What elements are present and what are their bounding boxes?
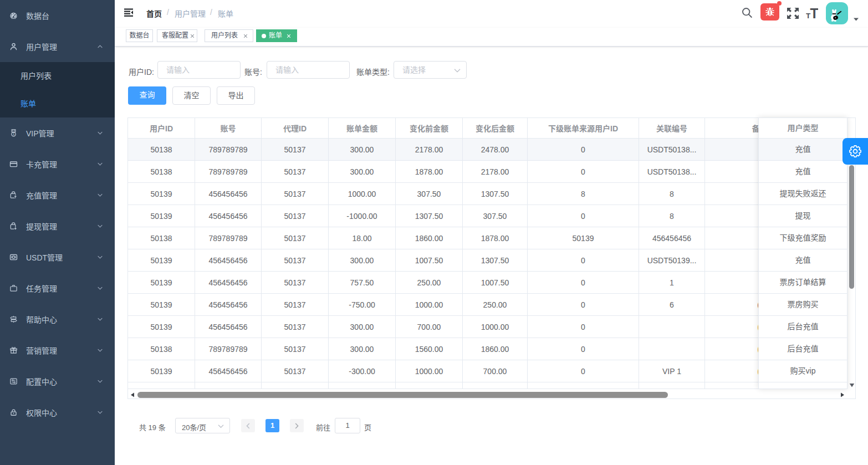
svg-text:1: 1: [13, 132, 15, 136]
svg-text:T: T: [810, 7, 818, 19]
